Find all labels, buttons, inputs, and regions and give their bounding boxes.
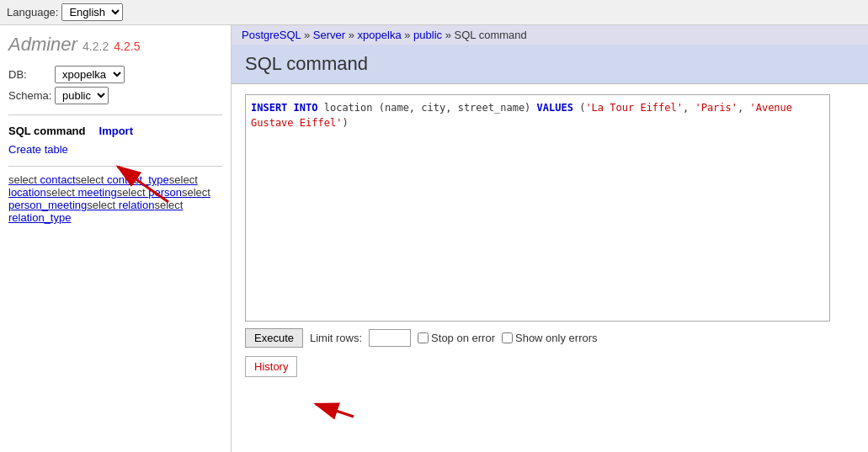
breadcrumb-sep-4: » — [445, 29, 455, 41]
stop-on-error-label: Stop on error — [418, 332, 495, 344]
breadcrumb-public[interactable]: public — [413, 29, 442, 41]
create-table-link[interactable]: Create table — [8, 141, 222, 159]
sidebar-link-prefix-person: select — [117, 186, 149, 199]
sidebar-link-prefix-person_meeting: select — [182, 186, 210, 199]
sidebar-link-prefix-location: select — [169, 173, 198, 186]
main-content: PostgreSQL » Server » xpopelka » public … — [232, 25, 868, 452]
adminer-text: Adminer — [8, 34, 83, 55]
breadcrumb-postgresql[interactable]: PostgreSQL — [242, 29, 301, 41]
schema-row: Schema: public — [8, 87, 222, 104]
show-only-errors-checkbox[interactable] — [502, 332, 513, 343]
execute-button[interactable]: Execute — [245, 328, 303, 348]
sidebar-link-meeting[interactable]: select meeting — [46, 186, 117, 199]
divider-2 — [8, 166, 222, 167]
breadcrumb-sep-3: » — [404, 29, 413, 41]
sidebar-link-prefix-relation: select — [87, 199, 119, 211]
db-row: DB: xpopelka — [8, 66, 222, 83]
db-select[interactable]: xpopelka — [55, 66, 125, 83]
sidebar-link-contact[interactable]: select contact — [8, 173, 76, 186]
schema-label: Schema: — [8, 89, 55, 102]
sidebar-link-prefix-relation_type: select — [154, 199, 183, 211]
breadcrumb-sep-2: » — [349, 29, 358, 41]
language-label: Language: — [7, 6, 58, 19]
language-select[interactable]: English — [61, 3, 123, 21]
controls-row: Execute Limit rows: Stop on error Show o… — [245, 328, 855, 348]
sidebar: Adminer 4.2.2 4.2.5 DB: xpopelka Schema:… — [0, 25, 232, 452]
db-label: DB: — [8, 68, 55, 81]
sidebar-link-prefix-contact_type: select — [76, 173, 108, 186]
version-old: 4.2.2 — [83, 40, 109, 53]
sidebar-link-relation[interactable]: select relation — [87, 199, 154, 211]
layout: Adminer 4.2.2 4.2.5 DB: xpopelka Schema:… — [0, 25, 868, 452]
sql-display[interactable]: INSERT INTO location (name, city, street… — [245, 94, 830, 322]
top-bar: Language: English — [0, 0, 868, 25]
version-new: 4.2.5 — [114, 40, 140, 53]
divider-1 — [8, 114, 222, 115]
page-title-text: SQL command — [245, 53, 368, 74]
sidebar-links: select contactselect contact_typeselect … — [8, 173, 222, 224]
breadcrumb-xpopelka[interactable]: xpopelka — [358, 29, 402, 41]
sidebar-nav: SQL command Import Create table — [8, 122, 222, 159]
sql-command-link[interactable]: SQL command — [8, 122, 86, 141]
history-box[interactable]: History — [245, 356, 297, 377]
stop-on-error-text: Stop on error — [431, 332, 495, 344]
sidebar-link-person[interactable]: select person — [117, 186, 182, 199]
history-label: History — [254, 360, 288, 373]
limit-label: Limit rows: — [310, 332, 362, 344]
sidebar-link-prefix-meeting: select — [46, 186, 78, 199]
db-schema: DB: xpopelka Schema: public — [8, 66, 222, 104]
breadcrumb: PostgreSQL » Server » xpopelka » public … — [232, 25, 868, 45]
show-only-errors-text: Show only errors — [515, 332, 598, 344]
import-link[interactable]: Import — [99, 122, 133, 141]
breadcrumb-current: SQL command — [455, 29, 527, 41]
limit-input[interactable] — [369, 329, 411, 347]
stop-on-error-checkbox[interactable] — [418, 332, 429, 343]
show-only-errors-label: Show only errors — [502, 332, 598, 344]
nav-row: SQL command Import — [8, 122, 222, 141]
sidebar-link-contact_type[interactable]: select contact_type — [76, 173, 169, 186]
breadcrumb-sep-1: » — [304, 29, 313, 41]
sql-area: INSERT INTO location (name, city, street… — [232, 84, 868, 387]
sidebar-link-prefix-contact: select — [8, 173, 40, 186]
adminer-logo: Adminer 4.2.2 4.2.5 — [8, 34, 222, 56]
schema-select[interactable]: public — [55, 87, 109, 104]
breadcrumb-server[interactable]: Server — [313, 29, 345, 41]
page-title: SQL command — [232, 45, 868, 84]
